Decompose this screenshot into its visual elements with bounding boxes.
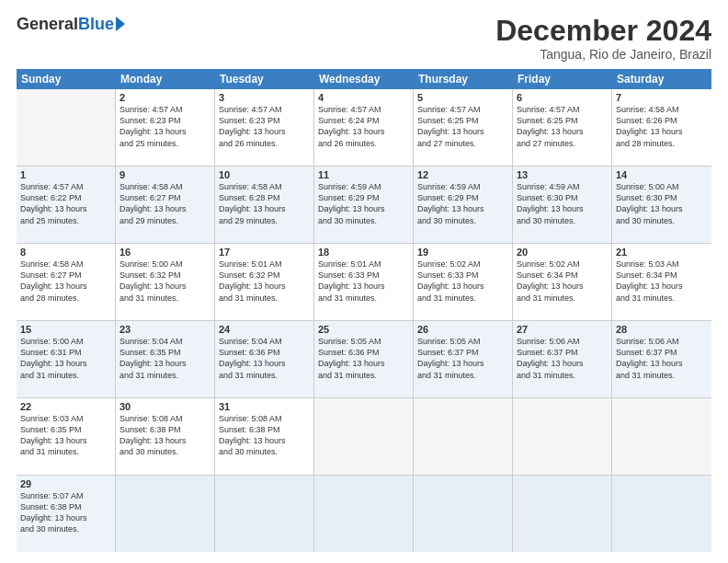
logo: General Blue (17, 15, 125, 34)
calendar-week-1: 2Sunrise: 4:57 AM Sunset: 6:23 PM Daylig… (17, 89, 711, 167)
day-number: 26 (417, 324, 508, 335)
day-info: Sunrise: 4:57 AM Sunset: 6:24 PM Dayligh… (318, 104, 409, 149)
logo-arrow-icon (116, 17, 125, 31)
day-number: 21 (616, 247, 708, 258)
day-number: 23 (119, 324, 210, 335)
calendar-cell: 20Sunrise: 5:02 AM Sunset: 6:34 PM Dayli… (513, 244, 612, 320)
day-info: Sunrise: 4:57 AM Sunset: 6:25 PM Dayligh… (417, 104, 508, 149)
calendar-cell: 21Sunrise: 5:03 AM Sunset: 6:34 PM Dayli… (612, 244, 711, 320)
day-info: Sunrise: 5:05 AM Sunset: 6:37 PM Dayligh… (417, 336, 508, 381)
calendar-cell (215, 476, 314, 552)
calendar-cell: 26Sunrise: 5:05 AM Sunset: 6:37 PM Dayli… (414, 321, 513, 397)
day-number: 1 (20, 169, 111, 180)
day-info: Sunrise: 5:02 AM Sunset: 6:33 PM Dayligh… (417, 259, 508, 304)
calendar-cell: 16Sunrise: 5:00 AM Sunset: 6:32 PM Dayli… (116, 244, 215, 320)
day-info: Sunrise: 5:00 AM Sunset: 6:31 PM Dayligh… (20, 336, 111, 381)
header-sunday: Sunday (17, 69, 116, 89)
calendar-cell (612, 398, 711, 475)
calendar-cell: 30Sunrise: 5:08 AM Sunset: 6:38 PM Dayli… (116, 398, 215, 475)
title-block: December 2024 Tangua, Rio de Janeiro, Br… (495, 15, 711, 62)
calendar-week-2: 1Sunrise: 4:57 AM Sunset: 6:22 PM Daylig… (17, 167, 711, 244)
day-number: 6 (517, 92, 608, 103)
day-number: 28 (616, 324, 708, 335)
day-number: 19 (417, 247, 508, 258)
day-info: Sunrise: 5:05 AM Sunset: 6:36 PM Dayligh… (318, 336, 409, 381)
day-number: 9 (119, 169, 210, 180)
day-info: Sunrise: 4:58 AM Sunset: 6:26 PM Dayligh… (616, 104, 708, 149)
day-number: 15 (20, 324, 111, 335)
day-info: Sunrise: 5:08 AM Sunset: 6:38 PM Dayligh… (219, 413, 310, 458)
day-info: Sunrise: 5:03 AM Sunset: 6:35 PM Dayligh… (20, 413, 111, 458)
day-number: 17 (219, 247, 310, 258)
calendar-cell: 7Sunrise: 4:58 AM Sunset: 6:26 PM Daylig… (612, 89, 711, 166)
header-monday: Monday (116, 69, 215, 89)
calendar-cell: 10Sunrise: 4:58 AM Sunset: 6:28 PM Dayli… (215, 167, 314, 243)
day-info: Sunrise: 4:58 AM Sunset: 6:27 PM Dayligh… (119, 181, 210, 226)
day-info: Sunrise: 5:04 AM Sunset: 6:35 PM Dayligh… (119, 336, 210, 381)
day-number: 12 (417, 169, 508, 180)
calendar-cell: 17Sunrise: 5:01 AM Sunset: 6:32 PM Dayli… (215, 244, 314, 320)
calendar-cell: 13Sunrise: 4:59 AM Sunset: 6:30 PM Dayli… (513, 167, 612, 243)
day-info: Sunrise: 4:58 AM Sunset: 6:27 PM Dayligh… (20, 259, 111, 304)
day-number: 18 (318, 247, 409, 258)
day-number: 8 (20, 247, 111, 258)
day-info: Sunrise: 5:08 AM Sunset: 6:38 PM Dayligh… (119, 413, 210, 458)
location: Tangua, Rio de Janeiro, Brazil (495, 47, 711, 62)
calendar-cell (513, 476, 612, 552)
calendar-cell (612, 476, 711, 552)
logo-blue: Blue (78, 15, 114, 34)
calendar-cell: 3Sunrise: 4:57 AM Sunset: 6:23 PM Daylig… (215, 89, 314, 166)
calendar-cell: 31Sunrise: 5:08 AM Sunset: 6:38 PM Dayli… (215, 398, 314, 475)
day-number: 22 (20, 401, 111, 412)
calendar-cell: 5Sunrise: 4:57 AM Sunset: 6:25 PM Daylig… (414, 89, 513, 166)
day-info: Sunrise: 4:59 AM Sunset: 6:29 PM Dayligh… (318, 181, 409, 226)
day-number: 29 (20, 478, 111, 489)
calendar-cell (116, 476, 215, 552)
calendar-cell (513, 398, 612, 475)
calendar-cell: 24Sunrise: 5:04 AM Sunset: 6:36 PM Dayli… (215, 321, 314, 397)
calendar-cell: 18Sunrise: 5:01 AM Sunset: 6:33 PM Dayli… (314, 244, 414, 320)
calendar-week-5: 22Sunrise: 5:03 AM Sunset: 6:35 PM Dayli… (17, 398, 711, 476)
day-number: 30 (119, 401, 210, 412)
header-thursday: Thursday (414, 69, 513, 89)
calendar-cell: 22Sunrise: 5:03 AM Sunset: 6:35 PM Dayli… (17, 398, 116, 475)
calendar-cell: 6Sunrise: 4:57 AM Sunset: 6:25 PM Daylig… (513, 89, 612, 166)
calendar-cell (314, 398, 414, 475)
calendar-cell: 8Sunrise: 4:58 AM Sunset: 6:27 PM Daylig… (17, 244, 116, 320)
day-number: 16 (119, 247, 210, 258)
day-info: Sunrise: 4:59 AM Sunset: 6:29 PM Dayligh… (417, 181, 508, 226)
calendar-body: 2Sunrise: 4:57 AM Sunset: 6:23 PM Daylig… (17, 89, 711, 552)
day-number: 31 (219, 401, 310, 412)
day-info: Sunrise: 5:07 AM Sunset: 6:38 PM Dayligh… (20, 490, 111, 535)
calendar-cell: 1Sunrise: 4:57 AM Sunset: 6:22 PM Daylig… (17, 167, 116, 243)
calendar-cell (414, 398, 513, 475)
day-number: 14 (616, 169, 708, 180)
day-info: Sunrise: 5:03 AM Sunset: 6:34 PM Dayligh… (616, 259, 708, 304)
day-number: 20 (517, 247, 608, 258)
calendar-week-6: 29Sunrise: 5:07 AM Sunset: 6:38 PM Dayli… (17, 476, 711, 552)
day-number: 4 (318, 92, 409, 103)
calendar-cell: 28Sunrise: 5:06 AM Sunset: 6:37 PM Dayli… (612, 321, 711, 397)
day-info: Sunrise: 5:02 AM Sunset: 6:34 PM Dayligh… (517, 259, 608, 304)
day-number: 13 (517, 169, 608, 180)
calendar-cell (314, 476, 414, 552)
calendar-header: Sunday Monday Tuesday Wednesday Thursday… (17, 69, 711, 89)
calendar-cell: 12Sunrise: 4:59 AM Sunset: 6:29 PM Dayli… (414, 167, 513, 243)
header-tuesday: Tuesday (215, 69, 314, 89)
day-number: 25 (318, 324, 409, 335)
calendar-cell: 15Sunrise: 5:00 AM Sunset: 6:31 PM Dayli… (17, 321, 116, 397)
day-number: 24 (219, 324, 310, 335)
day-info: Sunrise: 5:04 AM Sunset: 6:36 PM Dayligh… (219, 336, 310, 381)
calendar-cell: 11Sunrise: 4:59 AM Sunset: 6:29 PM Dayli… (314, 167, 414, 243)
day-number: 3 (219, 92, 310, 103)
day-info: Sunrise: 4:57 AM Sunset: 6:25 PM Dayligh… (517, 104, 608, 149)
calendar-cell: 14Sunrise: 5:00 AM Sunset: 6:30 PM Dayli… (612, 167, 711, 243)
header-wednesday: Wednesday (314, 69, 414, 89)
calendar-cell (17, 89, 116, 166)
calendar-cell: 27Sunrise: 5:06 AM Sunset: 6:37 PM Dayli… (513, 321, 612, 397)
day-number: 11 (318, 169, 409, 180)
calendar-cell: 29Sunrise: 5:07 AM Sunset: 6:38 PM Dayli… (17, 476, 116, 552)
day-info: Sunrise: 4:57 AM Sunset: 6:22 PM Dayligh… (20, 181, 111, 226)
day-info: Sunrise: 5:06 AM Sunset: 6:37 PM Dayligh… (616, 336, 708, 381)
day-info: Sunrise: 4:57 AM Sunset: 6:23 PM Dayligh… (119, 104, 210, 149)
